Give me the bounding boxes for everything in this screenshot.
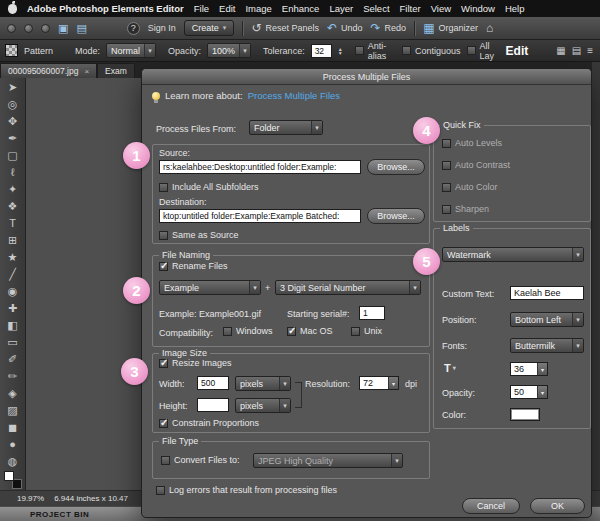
healing-brush-tool[interactable]: ✚ <box>2 300 24 317</box>
color-swatch[interactable] <box>510 408 540 421</box>
all-layers-checkbox[interactable]: All Lay <box>467 41 500 61</box>
menu-edit[interactable]: Edit <box>219 3 235 14</box>
selection-brush-tool[interactable]: ❖ <box>2 198 24 215</box>
window-close-button[interactable] <box>7 24 16 33</box>
font-size-icon[interactable]: T <box>444 362 456 374</box>
tolerance-input[interactable]: 32 <box>311 44 332 58</box>
clone-stamp-tool[interactable]: ◧ <box>2 317 24 334</box>
watermark-opacity-dropdown[interactable]: 50 <box>510 385 548 399</box>
rename-files-checkbox[interactable]: Rename Files <box>159 261 228 271</box>
pattern-swatch[interactable] <box>5 44 18 57</box>
fonts-dropdown[interactable]: Buttermilk <box>510 338 584 353</box>
menu-image[interactable]: Image <box>245 3 271 14</box>
foreground-color-swatch[interactable] <box>4 471 14 481</box>
blur-tool[interactable]: ● <box>2 436 24 453</box>
starting-serial-input[interactable]: 1 <box>359 306 385 320</box>
straighten-tool[interactable]: ╱ <box>2 266 24 283</box>
move-tool[interactable]: ➤ <box>2 79 24 96</box>
process-from-dropdown[interactable]: Folder <box>249 120 323 135</box>
contiguous-checkbox[interactable]: Contiguous <box>402 46 461 56</box>
sponge-tool[interactable]: ◍ <box>2 453 24 470</box>
resolution-dropdown[interactable]: 72 <box>359 376 399 390</box>
type-tool[interactable]: T <box>2 215 24 232</box>
menu-help[interactable]: Help <box>505 3 525 14</box>
lasso-tool[interactable]: ℓ <box>2 164 24 181</box>
mac-os-checkbox[interactable]: Mac OS <box>287 326 333 336</box>
organizer-button[interactable]: ▦Organizer <box>423 22 478 34</box>
crop-tool[interactable]: ⊞ <box>2 232 24 249</box>
menu-layer[interactable]: Layer <box>329 3 353 14</box>
window-zoom-button[interactable] <box>41 24 50 33</box>
red-eye-tool[interactable]: ◉ <box>2 283 24 300</box>
window-minimize-button[interactable] <box>24 24 33 33</box>
resize-images-checkbox[interactable]: Resize Images <box>159 358 232 368</box>
reset-panels-button[interactable]: ↺Reset Panels <box>251 22 319 34</box>
include-subfolders-checkbox[interactable]: Include All Subfolders <box>159 182 259 192</box>
height-input[interactable] <box>197 398 229 412</box>
paint-bucket-tool[interactable]: ◈ <box>2 385 24 402</box>
document-tab-2[interactable]: Exam <box>97 63 135 78</box>
hand-tool[interactable]: ✥ <box>2 113 24 130</box>
source-browse-button[interactable]: Browse... <box>367 159 425 175</box>
height-unit-dropdown[interactable]: pixels <box>235 398 291 413</box>
convert-files-checkbox[interactable]: Convert Files to: <box>161 455 240 465</box>
source-path-input[interactable]: rs:kaelahbee:Desktop:untitled folder:Exa… <box>159 160 361 174</box>
eyedropper-tool[interactable]: ✒ <box>2 130 24 147</box>
marquee-tool[interactable]: ▢ <box>2 147 24 164</box>
serial-number-dropdown[interactable]: 3 Digit Serial Number <box>275 280 421 295</box>
destination-browse-button[interactable]: Browse... <box>367 208 425 224</box>
menu-file[interactable]: File <box>194 3 209 14</box>
destination-path-input[interactable]: ktop:untitled folder:Example:Example Bat… <box>159 209 361 223</box>
layers-icon[interactable]: ▤ <box>76 23 86 34</box>
panel-grid-icon[interactable]: ▦ <box>556 46 565 56</box>
log-errors-checkbox[interactable]: Log errors that result from processing f… <box>156 485 337 495</box>
apple-menu-icon[interactable] <box>8 4 17 14</box>
opacity-dropdown[interactable]: 100% <box>207 43 251 58</box>
cancel-button[interactable]: Cancel <box>462 498 520 514</box>
menu-view[interactable]: View <box>431 3 451 14</box>
help-icon[interactable]: ? <box>127 22 140 35</box>
undo-button[interactable]: ↶Undo <box>327 22 363 34</box>
zoom-tool[interactable]: ◎ <box>2 96 24 113</box>
panel-menu-icon[interactable]: ≡ <box>587 46 593 56</box>
smart-brush-tool[interactable]: ✏ <box>2 368 24 385</box>
unix-checkbox[interactable]: Unix <box>351 326 382 336</box>
anti-alias-checkbox[interactable]: Anti-alias <box>355 41 396 61</box>
shape-tool[interactable]: ◼ <box>2 419 24 436</box>
ok-button[interactable]: OK <box>530 498 585 514</box>
redo-button[interactable]: ↷Redo <box>371 22 407 34</box>
create-button[interactable]: Create <box>184 20 235 36</box>
cookie-cutter-tool[interactable]: ★ <box>2 249 24 266</box>
edit-tab[interactable]: Edit <box>506 44 529 58</box>
convert-format-dropdown[interactable]: JPEG High Quality <box>253 453 403 468</box>
menu-select[interactable]: Select <box>363 3 389 14</box>
panel-list-icon[interactable]: ▤ <box>572 46 581 56</box>
constrain-proportions-checkbox[interactable]: Constrain Proportions <box>159 418 259 428</box>
auto-contrast-checkbox[interactable]: Auto Contrast <box>442 160 510 170</box>
windows-checkbox[interactable]: Windows <box>223 326 273 336</box>
home-icon[interactable]: ⌂ <box>486 22 493 34</box>
custom-text-input[interactable]: Kaelah Bee <box>510 286 584 300</box>
tolerance-stepper[interactable]: ▲▼ <box>338 47 343 55</box>
brush-tool[interactable]: ✐ <box>2 351 24 368</box>
document-tab-active[interactable]: 000095060007.jpg× <box>0 63 97 78</box>
width-input[interactable]: 500 <box>197 376 229 390</box>
learn-more-link[interactable]: Process Multiple Files <box>248 90 340 101</box>
menu-enhance[interactable]: Enhance <box>282 3 320 14</box>
mode-dropdown[interactable]: Normal <box>106 43 156 58</box>
eraser-tool[interactable]: ▭ <box>2 334 24 351</box>
width-unit-dropdown[interactable]: pixels <box>235 376 291 391</box>
font-size-dropdown[interactable]: 36 <box>510 362 548 376</box>
menu-window[interactable]: Window <box>461 3 495 14</box>
auto-levels-checkbox[interactable]: Auto Levels <box>442 138 502 148</box>
menu-filter[interactable]: Filter <box>400 3 421 14</box>
gradient-tool[interactable]: ▨ <box>2 402 24 419</box>
magic-wand-tool[interactable]: ✦ <box>2 181 24 198</box>
position-dropdown[interactable]: Bottom Left <box>510 312 584 327</box>
same-as-source-checkbox[interactable]: Same as Source <box>159 230 239 240</box>
sharpen-checkbox[interactable]: Sharpen <box>442 204 489 214</box>
sign-in-link[interactable]: Sign In <box>148 23 176 33</box>
label-type-dropdown[interactable]: Watermark <box>442 247 584 262</box>
close-icon[interactable]: × <box>84 67 89 76</box>
zoom-level[interactable]: 19.97% <box>17 494 44 503</box>
